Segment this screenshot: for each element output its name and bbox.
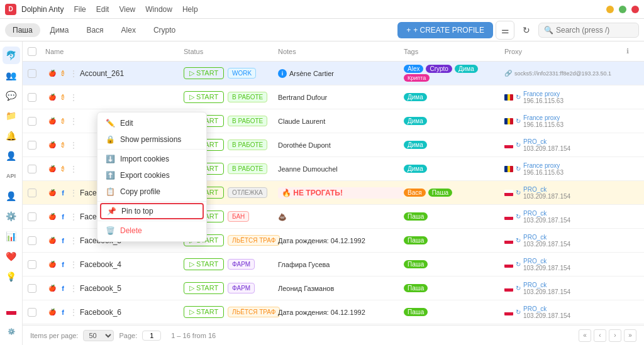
apple-icon: 🍎 — [48, 165, 57, 173]
start-button[interactable]: ▷ START — [184, 258, 224, 270]
menu-edit[interactable]: Edit — [96, 5, 109, 14]
filter-button[interactable]: ⚌ — [496, 21, 514, 40]
context-menu-import-cookies[interactable]: ⬇️ Import cookies — [97, 151, 206, 167]
btc-icon: ₿ — [58, 117, 67, 126]
context-menu-permissions[interactable]: 🔒 Show permissions — [97, 131, 206, 148]
col-header-proxy: Proxy — [504, 48, 626, 55]
drag-handle[interactable]: ⋮ — [70, 212, 77, 221]
sidebar-icon-bulb[interactable]: 💡 — [3, 268, 20, 285]
sidebar-icon-users[interactable]: 👥 — [3, 67, 20, 84]
next-page-button[interactable]: › — [609, 329, 621, 342]
page-input[interactable]: 1 — [142, 331, 161, 341]
drag-handle[interactable]: ⋮ — [70, 69, 77, 78]
context-menu-delete-label: Delete — [120, 226, 142, 235]
row-checkbox[interactable] — [28, 308, 36, 317]
search-input[interactable] — [556, 26, 633, 35]
context-menu-delete[interactable]: 🗑️ Delete — [97, 222, 206, 239]
table-row[interactable]: 🍎 ₿ ⋮ ▷ START В РАБОТЕ Bertrand Dufour Д… — [23, 85, 644, 109]
row-checkbox[interactable] — [28, 141, 36, 150]
header-checkbox[interactable] — [28, 47, 36, 56]
proxy-name: PRO_ck — [523, 282, 570, 288]
search-icon: 🔍 — [544, 26, 553, 35]
start-button[interactable]: ▷ START — [184, 67, 224, 79]
tab-dima[interactable]: Дима — [43, 23, 77, 37]
notes-text: Claude Laurent — [278, 118, 325, 125]
row-checkbox[interactable] — [28, 260, 36, 269]
drag-handle[interactable]: ⋮ — [70, 308, 77, 317]
menu-file[interactable]: File — [74, 5, 86, 14]
table-row[interactable]: 🍎 f ⋮ Facebook_4 ▷ START ФАРМ Глафира Гу… — [23, 253, 644, 277]
items-per-page-select[interactable]: 50 25 100 — [83, 330, 114, 341]
row-checkbox[interactable] — [28, 69, 36, 78]
search-box[interactable]: 🔍 — [538, 23, 639, 38]
table-row[interactable]: 🍎 ₿ ⋮ Account_261 ▷ START WORK i Arsène … — [23, 62, 644, 85]
drag-handle[interactable]: ⋮ — [70, 141, 77, 150]
minimize-button[interactable] — [606, 6, 614, 13]
last-page-button[interactable]: » — [624, 329, 636, 342]
tab-vasya[interactable]: Вася — [79, 23, 111, 37]
context-divider-2 — [97, 201, 206, 202]
sidebar-icon-chart[interactable]: 📊 — [3, 227, 20, 245]
context-menu-edit[interactable]: ✏️ Edit — [97, 115, 206, 131]
sidebar-icon-settings-bottom[interactable]: ⚙️ — [3, 322, 20, 340]
context-menu-export-cookies[interactable]: ⬆️ Export cookies — [97, 167, 206, 183]
start-button[interactable]: ▷ START — [184, 306, 224, 318]
sidebar-icon-heart[interactable]: ❤️ — [3, 248, 20, 265]
apple-icon: 🍎 — [48, 260, 57, 269]
prev-page-button[interactable]: ‹ — [594, 329, 606, 342]
row-checkbox[interactable] — [28, 117, 36, 126]
first-page-button[interactable]: « — [579, 329, 591, 342]
sidebar-icon-chat[interactable]: 💬 — [3, 87, 20, 104]
context-menu-pin[interactable]: 📌 Pin to top — [100, 203, 204, 219]
row-checkbox[interactable] — [28, 93, 36, 102]
notes-text: Jeanne Dumouchel — [278, 165, 338, 173]
flag-pl — [504, 190, 513, 196]
proxy-ip: 103.209.187.154 — [523, 288, 570, 295]
row-checkbox[interactable] — [28, 284, 36, 293]
sidebar-icon-bell[interactable]: 🔔 — [3, 127, 20, 145]
tab-alex[interactable]: Alex — [114, 23, 143, 37]
menu-help[interactable]: Help — [182, 5, 198, 14]
row-checkbox[interactable] — [28, 189, 36, 197]
row-checkbox[interactable] — [28, 236, 36, 245]
drag-handle[interactable]: ⋮ — [70, 189, 77, 197]
tag-badge: Crypto — [426, 65, 452, 73]
drag-handle[interactable]: ⋮ — [70, 117, 77, 126]
sidebar-icon-folder[interactable]: 📁 — [3, 107, 20, 124]
drag-handle[interactable]: ⋮ — [70, 236, 77, 245]
close-button[interactable] — [631, 6, 639, 13]
create-profile-button[interactable]: + + CREATE PROFILE — [397, 22, 493, 38]
flag-ro — [504, 118, 513, 124]
start-button[interactable]: ▷ START — [184, 282, 224, 294]
drag-handle[interactable]: ⋮ — [70, 165, 77, 173]
proxy-cell: ↻ PRO_ck 103.209.187.154 — [504, 305, 639, 319]
apple-icon: 🍎 — [48, 69, 57, 78]
drag-handle[interactable]: ⋮ — [70, 260, 77, 269]
sidebar-icon-user[interactable]: 👤 — [3, 147, 20, 165]
sidebar-icon-dolphin[interactable]: 🐬 — [3, 47, 20, 64]
notes-text: Дата рождения: 04.12.1992 — [278, 309, 365, 316]
reload-icon: ↻ — [516, 261, 521, 268]
tab-crypto[interactable]: Crypto — [146, 23, 183, 37]
row-checkbox[interactable] — [28, 212, 36, 221]
status-badge: ОТЛЕЖКА — [228, 187, 267, 198]
context-menu-copy-profile[interactable]: 📋 Copy profile — [97, 183, 206, 200]
tab-pasha[interactable]: Паша — [5, 23, 40, 37]
maximize-button[interactable] — [619, 6, 626, 13]
refresh-button[interactable]: ↻ — [517, 21, 536, 40]
notes-text: Dorothée Dupont — [278, 141, 331, 149]
sidebar-icon-gear[interactable]: ⚙️ — [3, 207, 20, 225]
sidebar-icon-person[interactable]: 👤 — [3, 187, 20, 205]
proxy-cell: ↻ France proxy 196.16.115.63 — [504, 114, 639, 128]
menu-view[interactable]: View — [119, 5, 135, 14]
menu-window[interactable]: Window — [145, 5, 172, 14]
table-row[interactable]: 🍎 f ⋮ Facebook_5 ▷ START ФАРМ Леонид Газ… — [23, 277, 644, 300]
context-divider-3 — [97, 221, 206, 221]
sidebar-icon-api[interactable]: API — [3, 167, 20, 185]
drag-handle[interactable]: ⋮ — [70, 93, 77, 102]
flag-ro — [504, 166, 513, 172]
row-checkbox[interactable] — [28, 165, 36, 173]
table-row[interactable]: 🍎 f ⋮ Facebook_6 ▷ START ЛЬЁТСЯ ТРАФ Дат… — [23, 300, 644, 324]
drag-handle[interactable]: ⋮ — [70, 284, 77, 293]
start-button[interactable]: ▷ START — [184, 91, 224, 103]
